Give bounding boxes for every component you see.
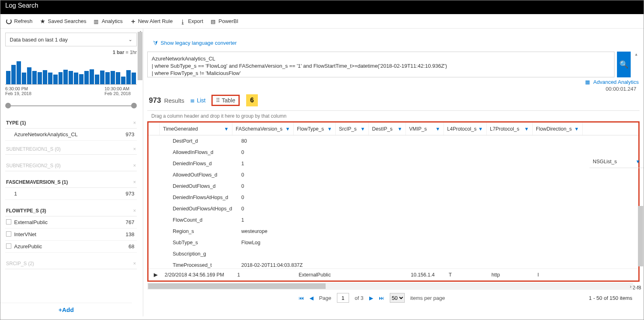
- close-icon[interactable]: ×: [133, 146, 136, 152]
- close-icon[interactable]: ×: [133, 261, 136, 266]
- timerange-dropdown[interactable]: Data based on last 1 day ⌄: [5, 33, 137, 46]
- bar[interactable]: [111, 71, 115, 84]
- scrollbar-thumb[interactable]: [638, 206, 643, 266]
- col-faschemaversion[interactable]: FASchemaVersion_s▼: [232, 123, 294, 135]
- checkbox-icon[interactable]: [6, 231, 11, 237]
- list-view-button[interactable]: ≣ List: [190, 97, 206, 104]
- facet-item-fasch-0[interactable]: 1 973: [5, 188, 137, 200]
- expand-row-button[interactable]: ▶: [150, 272, 161, 278]
- query-vertical-scrollbar[interactable]: ▴: [633, 52, 640, 77]
- pager-perpage-select[interactable]: 50: [390, 293, 405, 303]
- col-timegenerated[interactable]: TimeGenerated▼: [160, 123, 232, 135]
- run-query-button[interactable]: 🔍: [617, 52, 631, 77]
- bar[interactable]: [90, 69, 94, 84]
- bar[interactable]: [74, 73, 78, 84]
- bar[interactable]: [84, 71, 89, 84]
- bar[interactable]: [105, 72, 110, 84]
- col-nsglist[interactable]: NSGList_s▼: [590, 155, 644, 168]
- filter-icon[interactable]: ▼: [397, 126, 402, 132]
- col-l4protocol[interactable]: L4Protocol_s▼: [444, 123, 487, 135]
- slider-handle-left[interactable]: [5, 103, 11, 108]
- add-facet-button[interactable]: +Add: [0, 303, 132, 316]
- bar[interactable]: [95, 75, 99, 84]
- col-srcip[interactable]: SrcIP_s▼: [336, 123, 369, 135]
- facet-item-flowtype-0[interactable]: ExternalPublic 767: [5, 216, 137, 229]
- analytics-button[interactable]: ▥ Analytics: [94, 18, 123, 24]
- bar[interactable]: [17, 61, 21, 84]
- close-icon[interactable]: ×: [133, 163, 136, 168]
- facet-faschemaversion-header[interactable]: FASCHEMAVERSION_S (1)×: [5, 177, 137, 188]
- show-legacy-converter-link[interactable]: ⮛ Show legacy language converter: [147, 29, 238, 52]
- table-horizontal-scrollbar[interactable]: ‹ ›: [147, 283, 633, 290]
- bar[interactable]: [11, 65, 16, 84]
- pager-first-button[interactable]: ⏮: [299, 295, 304, 301]
- filter-icon[interactable]: ▼: [478, 126, 483, 132]
- query-input[interactable]: AzureNetworkAnalytics_CL | where SubType…: [147, 52, 615, 77]
- facet-flowtype-header[interactable]: FLOWTYPE_S (3)×: [5, 206, 137, 216]
- filter-icon[interactable]: ▼: [435, 126, 440, 132]
- bar[interactable]: [22, 73, 26, 84]
- scrollbar-thumb[interactable]: [138, 32, 142, 80]
- filter-icon[interactable]: ▼: [224, 126, 229, 132]
- filter-icon[interactable]: ▼: [574, 126, 579, 132]
- filter-icon[interactable]: ▼: [524, 126, 529, 132]
- pager-last-button[interactable]: ⏭: [379, 295, 384, 301]
- bar[interactable]: [121, 77, 125, 84]
- bar[interactable]: [6, 71, 10, 84]
- bar[interactable]: [116, 72, 120, 84]
- col-flowdirection[interactable]: FlowDirection_s▼: [533, 123, 583, 135]
- filter-icon[interactable]: ▼: [360, 126, 365, 132]
- close-icon[interactable]: ×: [133, 179, 136, 185]
- scroll-right-button[interactable]: ›: [627, 283, 634, 290]
- close-icon[interactable]: ×: [133, 120, 136, 126]
- bar[interactable]: [38, 72, 42, 84]
- pager-next-button[interactable]: ▶: [369, 295, 373, 301]
- close-icon[interactable]: ×: [133, 208, 136, 214]
- col-destip[interactable]: DestIP_s▼: [369, 123, 406, 135]
- checkbox-icon[interactable]: [6, 219, 11, 224]
- bar[interactable]: [59, 72, 63, 84]
- bar[interactable]: [53, 75, 58, 84]
- bar[interactable]: [43, 70, 47, 84]
- bar[interactable]: [48, 73, 52, 84]
- refresh-button[interactable]: Refresh: [6, 18, 33, 24]
- time-slider[interactable]: [5, 103, 137, 109]
- scrollbar-thumb[interactable]: [148, 283, 326, 289]
- bar[interactable]: [132, 73, 136, 84]
- bar[interactable]: [69, 71, 73, 84]
- bar[interactable]: [126, 70, 131, 84]
- facet-subnetregion1-header[interactable]: SUBNETREGION1_S (0)×: [5, 144, 137, 155]
- facet-item-flowtype-2[interactable]: AzurePublic 68: [5, 241, 137, 253]
- facet-subnetregion2-header[interactable]: SUBNETREGION2_S (0)×: [5, 160, 137, 171]
- pager-prev-button[interactable]: ◀: [309, 295, 314, 301]
- facet-item-type-0[interactable]: AzureNetworkAnalytics_CL 973: [5, 129, 137, 141]
- col-vmip[interactable]: VMIP_s▼: [406, 123, 444, 135]
- filter-icon[interactable]: ▼: [636, 159, 640, 164]
- powerbi-button[interactable]: ▧ PowerBI: [211, 18, 238, 24]
- table-icon: ⠿: [216, 97, 220, 104]
- sidebar-scrollbar[interactable]: [137, 33, 143, 300]
- bar[interactable]: [100, 71, 105, 84]
- bar-chart[interactable]: [5, 57, 137, 84]
- slider-handle-right[interactable]: [131, 103, 137, 108]
- saved-searches-button[interactable]: ★ Saved Searches: [40, 18, 86, 24]
- checkbox-icon[interactable]: [6, 243, 11, 249]
- content-scrollbar[interactable]: [638, 170, 644, 284]
- facet-type-header[interactable]: TYPE (1)×: [5, 118, 137, 129]
- export-button[interactable]: ⭳ Export: [180, 18, 203, 24]
- col-l7protocol[interactable]: L7Protocol_s▼: [487, 123, 533, 135]
- table-view-button[interactable]: ⠿ Table: [216, 97, 235, 104]
- col-flowtype[interactable]: FlowType_s▼: [294, 123, 336, 135]
- filter-icon[interactable]: ▼: [327, 126, 332, 132]
- bar[interactable]: [79, 74, 84, 84]
- bar[interactable]: [32, 71, 37, 84]
- new-alert-rule-button[interactable]: ＋ New Alert Rule: [130, 18, 173, 24]
- pager-page-input[interactable]: [337, 293, 349, 303]
- advanced-analytics-link[interactable]: Advanced Analytics: [592, 78, 640, 86]
- table-row[interactable]: ▶ 2/20/2018 4:34:56.169 PM 1 ExternalPub…: [148, 268, 638, 281]
- filter-icon[interactable]: ▼: [285, 126, 290, 132]
- facet-srcip-header[interactable]: SRCIP_S (2)×: [5, 258, 137, 269]
- bar[interactable]: [27, 67, 31, 84]
- facet-item-flowtype-1[interactable]: InterVNet 138: [5, 229, 137, 241]
- bar[interactable]: [63, 70, 68, 84]
